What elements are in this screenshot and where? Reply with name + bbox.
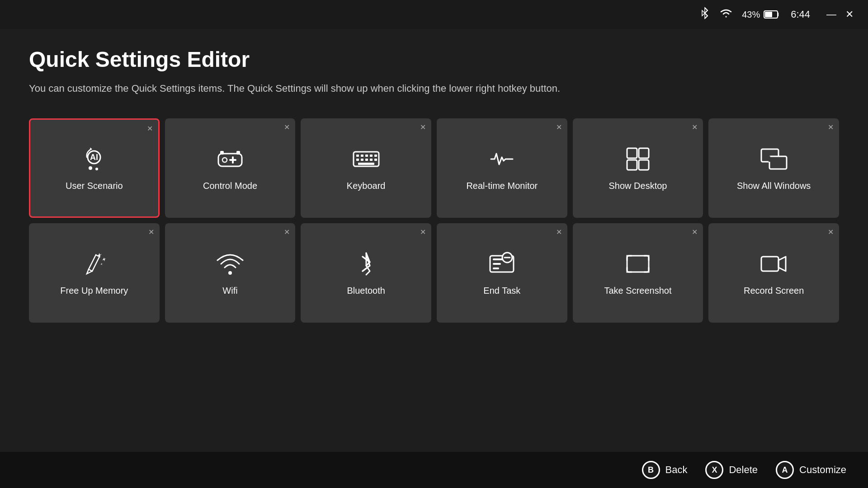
take-screenshot-icon	[623, 249, 652, 278]
remove-user-scenario-btn[interactable]: ✕	[147, 124, 153, 133]
svg-point-5	[95, 168, 98, 170]
delete-action[interactable]: X Delete	[705, 461, 758, 479]
window-controls: — ✕	[826, 9, 854, 20]
time-display: 6:44	[791, 9, 810, 20]
svg-rect-16	[370, 155, 373, 157]
grid-item-wifi[interactable]: ✕ Wifi	[165, 223, 296, 323]
remove-show-desktop-btn[interactable]: ✕	[692, 123, 698, 131]
remove-free-up-memory-btn[interactable]: ✕	[148, 228, 154, 236]
battery-display: 43%	[742, 9, 780, 20]
remove-record-screen-btn[interactable]: ✕	[828, 228, 834, 236]
svg-rect-24	[627, 148, 637, 158]
end-task-icon	[487, 249, 516, 278]
delete-label: Delete	[729, 464, 758, 476]
svg-point-7	[222, 158, 227, 162]
record-screen-label: Record Screen	[744, 285, 804, 296]
bluetooth-status-icon	[699, 7, 710, 22]
remove-wifi-btn[interactable]: ✕	[284, 228, 290, 236]
back-action[interactable]: B Back	[642, 461, 688, 479]
back-label: Back	[665, 464, 688, 476]
page-title: Quick Settings Editor	[29, 47, 839, 72]
svg-rect-39	[627, 256, 649, 272]
grid-item-free-up-memory[interactable]: ✕ Free Up Memory	[29, 223, 160, 323]
svg-rect-17	[374, 155, 377, 157]
show-all-windows-icon	[760, 145, 788, 174]
delete-button-circle[interactable]: X	[705, 461, 723, 479]
top-bar: 43% 6:44 — ✕	[0, 0, 868, 29]
keyboard-icon	[352, 145, 381, 174]
svg-rect-36	[493, 258, 503, 260]
remove-show-all-windows-btn[interactable]: ✕	[828, 123, 834, 131]
svg-point-4	[89, 166, 92, 170]
control-mode-label: Control Mode	[203, 180, 257, 192]
grid-item-control-mode[interactable]: ✕ Control Mode	[165, 118, 296, 218]
svg-rect-21	[370, 159, 373, 161]
svg-rect-26	[627, 160, 637, 170]
take-screenshot-label: Take Screenshot	[604, 285, 672, 296]
quick-settings-grid: ✕ AI User Scenario ✕ Control Mo	[29, 118, 839, 323]
show-desktop-label: Show Desktop	[609, 180, 667, 192]
grid-item-show-all-windows[interactable]: ✕ Show All Windows	[708, 118, 839, 218]
remove-end-task-btn[interactable]: ✕	[556, 228, 562, 236]
svg-rect-15	[365, 155, 368, 157]
svg-rect-27	[639, 160, 649, 170]
customize-action[interactable]: A Customize	[776, 461, 846, 479]
control-mode-icon	[216, 145, 245, 174]
svg-rect-19	[361, 159, 363, 161]
svg-rect-37	[493, 263, 501, 265]
grid-item-record-screen[interactable]: ✕ Record Screen	[708, 223, 839, 323]
grid-item-take-screenshot[interactable]: ✕ Take Screenshot	[573, 223, 703, 323]
record-screen-icon	[760, 249, 788, 278]
realtime-monitor-icon	[487, 145, 516, 174]
customize-label: Customize	[799, 464, 846, 476]
remove-keyboard-btn[interactable]: ✕	[420, 123, 426, 131]
remove-control-mode-btn[interactable]: ✕	[284, 123, 290, 131]
remove-bluetooth-btn[interactable]: ✕	[420, 228, 426, 236]
status-icons: 43%	[699, 7, 780, 22]
grid-item-bluetooth[interactable]: ✕ Bluetooth	[301, 223, 431, 323]
free-up-memory-icon	[80, 249, 108, 278]
svg-rect-10	[220, 151, 224, 155]
remove-realtime-monitor-btn[interactable]: ✕	[556, 123, 562, 131]
svg-rect-25	[639, 148, 649, 158]
svg-rect-1	[765, 12, 772, 17]
svg-point-31	[228, 271, 232, 275]
svg-rect-11	[236, 151, 240, 155]
user-scenario-label: User Scenario	[66, 180, 123, 192]
wifi-icon	[216, 249, 245, 278]
svg-rect-14	[361, 155, 363, 157]
grid-item-realtime-monitor[interactable]: ✕ Real-time Monitor	[437, 118, 567, 218]
bluetooth-icon	[352, 249, 381, 278]
show-all-windows-label: Show All Windows	[737, 180, 811, 192]
svg-rect-13	[356, 155, 359, 157]
realtime-monitor-label: Real-time Monitor	[466, 180, 538, 192]
battery-percent: 43%	[742, 9, 760, 20]
grid-item-show-desktop[interactable]: ✕ Show Desktop	[573, 118, 703, 218]
bluetooth-label: Bluetooth	[347, 285, 385, 296]
free-up-memory-label: Free Up Memory	[60, 285, 128, 296]
svg-rect-9	[229, 159, 236, 161]
svg-rect-20	[365, 159, 368, 161]
svg-rect-22	[374, 159, 377, 161]
user-scenario-icon: AI	[80, 145, 108, 174]
minimize-button[interactable]: —	[826, 9, 836, 20]
page-description: You can customize the Quick Settings ite…	[29, 81, 617, 96]
close-button[interactable]: ✕	[845, 9, 854, 20]
end-task-label: End Task	[483, 285, 520, 296]
grid-item-keyboard[interactable]: ✕ Keyboard	[301, 118, 431, 218]
svg-rect-38	[493, 267, 499, 269]
customize-button-circle[interactable]: A	[776, 461, 794, 479]
keyboard-label: Keyboard	[347, 180, 386, 192]
main-content: Quick Settings Editor You can customize …	[29, 29, 839, 452]
svg-rect-23	[358, 163, 374, 165]
remove-take-screenshot-btn[interactable]: ✕	[692, 228, 698, 236]
grid-item-user-scenario[interactable]: ✕ AI User Scenario	[29, 118, 160, 218]
back-button-circle[interactable]: B	[642, 461, 660, 479]
wifi-status-icon	[719, 8, 733, 21]
bottom-bar: B Back X Delete A Customize	[0, 452, 868, 488]
svg-rect-29	[769, 156, 787, 169]
show-desktop-icon	[623, 145, 652, 174]
svg-rect-40	[761, 257, 778, 271]
wifi-label: Wifi	[222, 285, 237, 296]
grid-item-end-task[interactable]: ✕ End Task	[437, 223, 567, 323]
